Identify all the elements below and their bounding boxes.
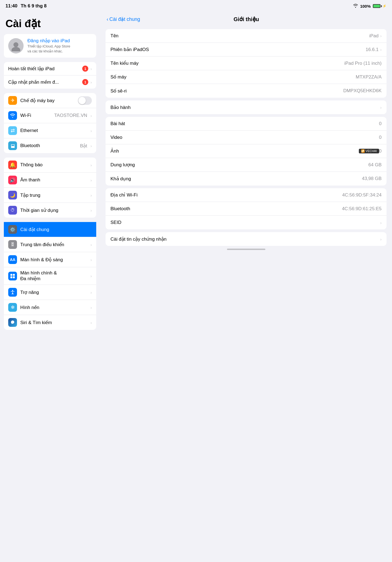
general-label: Cài đặt chung [20,227,92,232]
ipados-row[interactable]: Phiên bản iPadOS 16.6.1 › [106,43,387,57]
svg-rect-2 [10,274,12,276]
notif-setup-badge: 1 [82,66,88,72]
focus-row[interactable]: 🌙 Tập trung › [4,188,96,203]
bluetooth-address-row: Bluetooth 4C:56:9D:61:25:E5 [106,202,387,216]
photos-value: 0 [379,148,382,154]
wallpaper-row[interactable]: ❄ Hình nền › [4,300,96,315]
warranty-section: Bảo hành › [106,100,387,114]
bluetooth-value: Bật [80,143,87,149]
homescreen-row[interactable]: Màn hình chính &Đa nhiệm › [4,267,96,285]
status-bar: 11:40 Th 6 9 thg 8 100% ⚡ [0,0,392,12]
chevron-icon: › [90,193,92,198]
general-icon: ⚙️ [8,225,17,234]
serial-value: DMPXQ5EHKD6K [343,88,382,94]
chevron-icon: › [90,305,92,310]
wallpaper-icon: ❄ [8,303,17,312]
chevron-icon: › [90,257,92,262]
certificate-row[interactable]: Cài đặt tin cậy chứng nhận › [106,232,387,246]
control-center-row[interactable]: 🎛 Trung tâm điều khiển › [4,237,96,252]
capacity-row: Dung lượng 64 GB [106,158,387,172]
notif-row-setup[interactable]: Hoàn tất thiết lập iPad 1 › [4,62,96,75]
control-center-icon: 🎛 [8,240,17,249]
general-settings-row[interactable]: ⚙️ Cài đặt chung [4,222,96,237]
chevron-icon: › [90,178,92,182]
airplane-icon: ✈ [8,96,17,105]
sound-row[interactable]: 🔊 Âm thanh › [4,173,96,188]
svg-rect-4 [10,276,12,278]
notifications-row[interactable]: 🔔 Thông báo › [4,158,96,173]
chevron-icon: › [90,242,92,247]
media-section: Bài hát 0 Video 0 Ảnh 🔁 VECHAI 0 Dung lư… [106,117,387,186]
vechai-badge: 🔁 VECHAI [359,149,379,153]
siri-row[interactable]: Siri & Tìm kiếm › [4,315,96,330]
chevron-icon: › [90,274,92,278]
screen-time-label: Thời gian sử dụng [20,207,87,213]
main-layout: Cài đặt Đăng nhập vào iPad Thiết lập iCl… [0,12,392,562]
chevron-icon: › [90,163,92,167]
wifi-status-icon [353,4,358,9]
chevron-icon: › [380,33,382,38]
sound-label: Âm thanh [20,177,87,183]
available-row: Khả dụng 43,98 GB [106,172,387,186]
songs-label: Bài hát [110,121,379,127]
wifi-row[interactable]: Wi-Fi TAOSTORE.VN › [4,108,96,123]
back-button[interactable]: ‹ Cài đặt chung [107,16,140,22]
chevron-icon: › [90,208,92,213]
focus-label: Tập trung [20,192,87,198]
right-panel: ‹ Cài đặt chung Giới thiệu Tên iPad › Ph… [100,12,392,562]
wifi-icon [8,111,17,120]
chevron-icon: › [380,237,382,241]
back-chevron-icon: ‹ [107,16,108,22]
focus-icon: 🌙 [8,191,17,199]
addresses-section: Địa chỉ Wi-Fi 4C:56:9D:5F:34:24 Bluetoot… [106,188,387,229]
sidebar: Cài đặt Đăng nhập vào iPad Thiết lập iCl… [0,12,100,562]
notif-update-label: Cập nhật phần mềm đ... [8,79,80,85]
airplane-label: Chế độ máy bay [20,98,75,103]
bluetooth-address-value: 4C:56:9D:61:25:E5 [342,206,382,212]
capacity-value: 64 GB [368,162,382,168]
accessibility-label: Trợ năng [20,290,87,295]
bluetooth-icon: ⬓ [8,141,17,150]
status-bar-left: 11:40 Th 6 9 thg 8 [5,3,47,9]
notif-row-update[interactable]: Cập nhật phần mềm đ... 1 › [4,75,96,89]
warranty-row[interactable]: Bảo hành › [106,100,387,114]
chevron-icon: › [380,220,382,225]
wifi-value: TAOSTORE.VN [54,113,87,118]
ipados-value: 16.6.1 [366,47,379,52]
model-number-value: MTXP2ZA/A [356,74,382,80]
capacity-label: Dung lượng [110,162,368,168]
home-indicator [227,249,265,250]
status-time: 11:40 [5,3,17,9]
chevron-icon: › [90,113,92,118]
chevron-icon: › [380,105,382,110]
display-row[interactable]: AA Màn hình & Độ sáng › [4,252,96,267]
svg-point-1 [12,47,20,51]
device-info-section: Tên iPad › Phiên bản iPadOS 16.6.1 › Tên… [106,29,387,98]
accessibility-row[interactable]: Trợ năng › [4,285,96,300]
chevron-icon: › [90,290,92,295]
notifications-label: Thông báo [20,162,87,168]
name-row[interactable]: Tên iPad › [106,29,387,43]
siri-label: Siri & Tìm kiếm [20,320,87,325]
screen-time-row[interactable]: ⏱ Thời gian sử dụng › [4,203,96,218]
profile-name: Đăng nhập vào iPad [27,38,92,44]
videos-label: Video [110,135,379,140]
airplane-mode-row[interactable]: ✈ Chế độ máy bay [4,93,96,108]
wifi-address-label: Địa chỉ Wi-Fi [110,192,342,198]
seid-row[interactable]: SEID › [106,216,387,229]
profile-card[interactable]: Đăng nhập vào iPad Thiết lập iCloud, App… [4,34,96,58]
notif-setup-label: Hoàn tất thiết lập iPad [8,66,80,72]
status-bar-right: 100% ⚡ [353,4,387,9]
bluetooth-address-label: Bluetooth [110,206,342,212]
siri-icon [8,318,17,327]
bluetooth-row[interactable]: ⬓ Bluetooth Bật › [4,138,96,153]
chevron-icon: › [90,66,92,71]
model-name-value: iPad Pro (11 inch) [344,61,382,66]
svg-point-6 [12,290,13,291]
system-group-2: ⚙️ Cài đặt chung 🎛 Trung tâm điều khiển … [4,222,96,330]
screen-time-icon: ⏱ [8,206,17,215]
ethernet-row[interactable]: ⇄ Ethernet › [4,123,96,138]
chevron-icon: › [380,47,382,52]
airplane-toggle[interactable] [78,96,92,105]
available-label: Khả dụng [110,176,362,182]
